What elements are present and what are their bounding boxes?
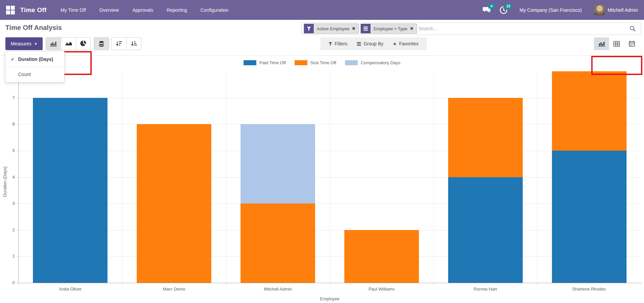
bar-segment-sick-time-off[interactable] xyxy=(241,203,315,283)
measure-option-label: Duration (Days) xyxy=(18,56,53,62)
filters-button[interactable]: Filters xyxy=(324,41,352,46)
legend-swatch xyxy=(345,60,358,65)
apps-menu-icon[interactable] xyxy=(6,6,15,14)
star-icon: ★ xyxy=(393,41,397,46)
bar-chart-icon xyxy=(50,41,57,47)
x-tick-label: Ronnie Hart xyxy=(433,287,537,292)
stacked-icon xyxy=(98,41,104,47)
menu-my-time-off[interactable]: My Time Off xyxy=(60,7,86,13)
user-menu[interactable]: Mitchell Admin xyxy=(595,5,638,15)
measures-button[interactable]: Measures ▼ xyxy=(5,37,43,50)
app-title[interactable]: Time Off xyxy=(20,6,46,14)
bar-segment-compensatory-days[interactable] xyxy=(241,124,315,203)
activities-count-badge: 23 xyxy=(505,4,511,9)
x-tick-label: Anita Oliver xyxy=(18,287,122,292)
legend-swatch xyxy=(295,60,307,65)
bar-segment-paid-time-off[interactable] xyxy=(33,98,108,283)
x-tick-label: Marc Demo xyxy=(122,287,226,292)
measure-option-duration[interactable]: ✓ Duration (Days) xyxy=(5,53,64,66)
legend-swatch xyxy=(244,60,256,65)
bar-segment-sick-time-off[interactable] xyxy=(344,230,419,283)
y-tick-label: 5 xyxy=(5,148,15,153)
measure-option-label: Count xyxy=(18,72,31,77)
gridline xyxy=(226,71,226,283)
menu-configuration[interactable]: Configuration xyxy=(201,7,228,13)
control-panel: Time Off Analysis Measures ▼ xyxy=(0,20,644,56)
sort-ascending-button[interactable] xyxy=(126,38,141,50)
menu-approvals[interactable]: Approvals xyxy=(132,7,153,13)
area-chart-icon xyxy=(65,41,72,47)
company-switcher[interactable]: My Company (San Francisco) xyxy=(520,7,582,13)
filter-icon xyxy=(304,24,314,33)
search-icon xyxy=(629,25,636,32)
search-bar[interactable]: Active Employee ✖ Employee > Type ✖ xyxy=(301,22,641,35)
facet-employee-type: Employee > Type ✖ xyxy=(360,24,417,34)
favorites-button[interactable]: ★ Favorites xyxy=(388,41,423,46)
bar-chart-button[interactable] xyxy=(46,38,61,50)
top-navbar: Time Off My Time Off Overview Approvals … xyxy=(0,0,644,20)
filters-label: Filters xyxy=(335,41,347,46)
y-tick-label: 4 xyxy=(5,175,15,180)
sort-descending-button[interactable] xyxy=(112,38,126,50)
chart-legend: Paid Time Off Sick Time Off Compensatory… xyxy=(0,60,644,65)
y-tick-label: 3 xyxy=(5,201,15,206)
measure-option-count[interactable]: Count xyxy=(5,68,64,81)
chart-type-group xyxy=(46,37,91,50)
line-chart-button[interactable] xyxy=(61,38,76,50)
bar-chart-icon xyxy=(598,41,605,47)
facet-active-employee: Active Employee ✖ xyxy=(304,24,359,34)
search-options-bar: Filters Group By ★ Favorites xyxy=(320,37,427,50)
filter-icon xyxy=(329,42,332,46)
bar-segment-paid-time-off[interactable] xyxy=(552,151,627,283)
bar-segment-sick-time-off[interactable] xyxy=(448,98,523,177)
messages-button[interactable]: 4 xyxy=(483,6,491,14)
avatar xyxy=(595,5,605,15)
y-tick-label: 0 xyxy=(5,280,15,285)
calendar-icon xyxy=(629,41,635,47)
y-tick-label: 6 xyxy=(5,121,15,126)
y-tick-label: 2 xyxy=(5,227,15,232)
legend-label: Sick Time Off xyxy=(310,60,336,65)
legend-item-compensatory[interactable]: Compensatory Days xyxy=(345,60,400,65)
pivot-view-button[interactable] xyxy=(609,37,624,50)
view-switcher xyxy=(594,37,639,50)
gridline xyxy=(330,71,330,283)
bar-segment-paid-time-off[interactable] xyxy=(448,177,523,283)
group-by-icon xyxy=(361,24,371,33)
check-icon: ✓ xyxy=(11,57,15,62)
graph-view: Paid Time Off Sick Time Off Compensatory… xyxy=(0,56,644,303)
calendar-view-button[interactable] xyxy=(624,37,639,50)
sort-descending-icon xyxy=(116,41,122,47)
messages-count-badge: 4 xyxy=(489,4,495,9)
pie-chart-button[interactable] xyxy=(76,38,90,50)
legend-item-paid[interactable]: Paid Time Off xyxy=(244,60,286,65)
legend-item-sick[interactable]: Sick Time Off xyxy=(295,60,336,65)
menu-overview[interactable]: Overview xyxy=(99,7,119,13)
facet-remove-button[interactable]: ✖ xyxy=(352,26,355,31)
group-by-icon xyxy=(357,42,361,46)
sort-group xyxy=(111,37,141,50)
group-by-button[interactable]: Group By xyxy=(352,41,388,46)
bar-segment-sick-time-off[interactable] xyxy=(137,124,211,283)
stacked-button[interactable] xyxy=(94,38,109,50)
legend-label: Paid Time Off xyxy=(259,60,286,65)
facet-label: Employee > Type xyxy=(374,26,407,31)
x-tick-mark xyxy=(641,283,641,285)
menu-reporting[interactable]: Reporting xyxy=(167,7,187,13)
x-tick-label: Sharlene Rhodes xyxy=(537,287,641,292)
graph-view-button[interactable] xyxy=(594,37,609,50)
legend-label: Compensatory Days xyxy=(361,60,400,65)
facet-remove-button[interactable]: ✖ xyxy=(410,26,413,31)
facet-label: Active Employee xyxy=(317,26,349,31)
dropdown-divider xyxy=(5,67,64,67)
measures-button-label: Measures xyxy=(11,41,31,46)
y-axis-line xyxy=(18,71,19,283)
x-tick-label: Mitchell Admin xyxy=(226,287,330,292)
search-submit-button[interactable] xyxy=(627,25,639,32)
search-input[interactable] xyxy=(419,26,625,31)
bar-segment-sick-time-off[interactable] xyxy=(552,71,627,151)
gridline xyxy=(537,71,538,283)
activities-button[interactable]: 23 xyxy=(500,6,508,14)
main-menu: My Time Off Overview Approvals Reporting… xyxy=(60,7,228,13)
x-tick-label: Paul Williams xyxy=(330,287,434,292)
